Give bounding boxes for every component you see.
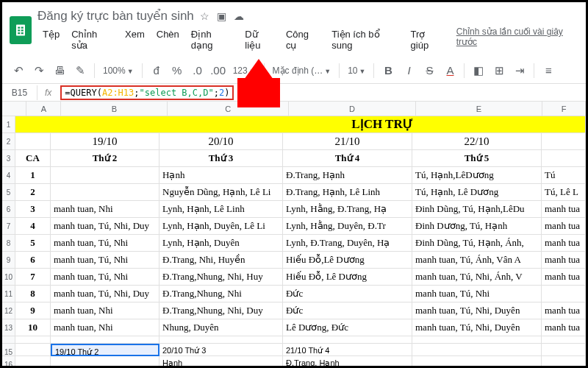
cell[interactable]: manh tuan, Tú, Nhi — [51, 252, 159, 269]
cell[interactable] — [159, 336, 283, 344]
cell[interactable]: Tú, Lê L — [542, 184, 586, 201]
menu-data[interactable]: Dữ liệu — [240, 26, 279, 53]
col-header-b[interactable]: B — [61, 102, 168, 116]
bold-button[interactable]: B — [379, 61, 397, 80]
dec-increase-button[interactable]: .00 — [209, 61, 227, 80]
cell[interactable]: manh tuan, Tú, Nhi, Ánh, V — [412, 269, 542, 286]
cell[interactable] — [542, 344, 586, 356]
cell[interactable] — [51, 167, 159, 184]
cell[interactable] — [412, 344, 542, 356]
cell[interactable]: 22/10 — [412, 133, 542, 150]
cell[interactable] — [412, 116, 542, 133]
cell[interactable]: Nhung, Duyên — [159, 319, 283, 336]
row-header[interactable]: 10 — [2, 269, 15, 286]
paint-format-button[interactable]: ✎ — [71, 61, 89, 80]
cell[interactable]: manh tua — [542, 319, 586, 336]
row-header[interactable]: 6 — [2, 201, 15, 218]
cell[interactable]: Đinh Dương, Tú, Hạnh — [412, 218, 542, 235]
merge-button[interactable]: ⇥ — [511, 61, 528, 80]
cell[interactable]: Thứ 3 — [159, 150, 283, 167]
row-header[interactable]: 11 — [2, 286, 15, 302]
cell[interactable]: Lê Dương, Đức — [283, 319, 412, 336]
cell[interactable]: Đ.Trang, Hạnh — [283, 356, 412, 368]
menu-file[interactable]: Tệp — [37, 26, 65, 53]
cell[interactable]: Lynh, Hằng, Đ.Trang, Hạ — [283, 201, 412, 218]
cell[interactable] — [542, 356, 586, 368]
cloud-icon[interactable]: ☁ — [234, 10, 244, 22]
cell[interactable] — [15, 133, 51, 150]
menu-edit[interactable]: Chỉnh sửa — [66, 26, 118, 53]
cell[interactable]: Lynh, Hạnh, Lê Linh — [159, 201, 283, 218]
cell[interactable]: Thứ 4 — [283, 150, 412, 167]
cell[interactable]: manh tuan, Tú, Nhi, Duyên — [412, 319, 542, 336]
cell[interactable] — [51, 336, 159, 344]
cell[interactable]: Đ.Trang,Nhung, Nhi — [159, 286, 283, 302]
last-edit-link[interactable]: Chỉnh sửa lần cuối vài giây trước — [456, 26, 578, 53]
currency-button[interactable]: đ — [148, 61, 165, 80]
cell[interactable]: 5 — [15, 235, 51, 252]
cell[interactable]: Đinh Dũng, Tú, Hạnh,LêDu — [412, 201, 542, 218]
row-header[interactable]: 4 — [2, 167, 15, 184]
row-header[interactable]: 8 — [2, 235, 15, 252]
row-header[interactable]: 12 — [2, 302, 15, 319]
cell[interactable]: 20/10 — [159, 133, 283, 150]
cell[interactable]: Lynh, Đ.Trang, Duyên, Hạ — [283, 235, 412, 252]
cell[interactable] — [542, 116, 586, 133]
row-header[interactable]: 7 — [2, 218, 15, 235]
doc-title[interactable]: Đăng ký trực bàn tuyển sinh — [37, 8, 194, 24]
fill-color-button[interactable]: ◧ — [470, 61, 487, 80]
cell[interactable] — [542, 286, 586, 302]
cell[interactable] — [15, 336, 51, 344]
title-cell[interactable]: LỊCH TRỰC BÀN 19/10 - 25/10 — [283, 116, 412, 133]
row-header[interactable]: 3 — [2, 150, 15, 167]
col-header-e[interactable]: E — [416, 102, 543, 116]
undo-button[interactable]: ↶ — [10, 61, 27, 80]
row-header[interactable]: 13 — [2, 319, 15, 336]
cell[interactable]: manh tua — [542, 218, 586, 235]
print-button[interactable]: 🖶 — [51, 61, 68, 80]
cell[interactable]: 3 — [15, 201, 51, 218]
cell[interactable]: 21/10 — [283, 133, 412, 150]
row-header[interactable]: 2 — [2, 133, 15, 150]
borders-button[interactable]: ⊞ — [490, 61, 508, 80]
cell[interactable]: Đ.Trang,Nhung, Nhi, Duy — [159, 302, 283, 319]
cell[interactable] — [15, 344, 51, 356]
cell[interactable]: 19/10 Thứ 2 — [51, 344, 159, 356]
row-header[interactable]: 1 — [2, 116, 15, 133]
cell[interactable]: Đ.Trang, Hạnh, Lê Linh — [283, 184, 412, 201]
cell[interactable]: 8 — [15, 286, 51, 302]
cell[interactable] — [542, 150, 586, 167]
menu-help[interactable]: Trợ giúp — [406, 26, 449, 53]
font-select[interactable]: Mặc định (…▼ — [270, 66, 334, 76]
cell[interactable]: 20/10 Thứ 3 — [159, 344, 283, 356]
cell[interactable]: Hiếu Đỗ, Lê Dương — [283, 269, 412, 286]
cell[interactable]: Đ.Trang,Nhung, Nhi, Huy — [159, 269, 283, 286]
cell[interactable]: Tú, Hạnh, Lê Dương — [412, 184, 542, 201]
cell[interactable]: 4 — [15, 218, 51, 235]
row-header[interactable]: 16 — [2, 356, 15, 368]
cell[interactable]: 6 — [15, 252, 51, 269]
cell[interactable] — [412, 336, 542, 344]
cell[interactable]: 21/10 Thứ 4 — [283, 344, 412, 356]
cell[interactable]: Tú, Hạnh,LêDương — [412, 167, 542, 184]
sheets-logo[interactable] — [10, 16, 32, 44]
name-box[interactable]: B15 — [2, 85, 37, 100]
cell[interactable]: manh tua — [542, 302, 586, 319]
cell[interactable] — [283, 336, 412, 344]
cell[interactable]: Đ.Trang, Hạnh — [283, 167, 412, 184]
col-header-f[interactable]: F — [542, 102, 586, 116]
cell[interactable]: manh tuan, Nhi — [51, 201, 159, 218]
dec-decrease-button[interactable]: .0 — [189, 61, 207, 80]
cell[interactable]: 7 — [15, 269, 51, 286]
cell[interactable]: manh tuan, Nhi — [51, 319, 159, 336]
menu-view[interactable]: Xem — [120, 26, 150, 53]
cell[interactable]: manh tuan, Nhi — [51, 302, 159, 319]
cell[interactable] — [159, 116, 283, 133]
cell[interactable] — [51, 116, 159, 133]
row-header[interactable]: 5 — [2, 184, 15, 201]
cell[interactable]: manh tuan, Tú, Nhi, Duy — [51, 218, 159, 235]
cell[interactable]: Hạnh — [159, 167, 283, 184]
folder-icon[interactable]: ▣ — [217, 10, 226, 22]
redo-button[interactable]: ↷ — [30, 61, 48, 80]
cell[interactable] — [15, 116, 51, 133]
